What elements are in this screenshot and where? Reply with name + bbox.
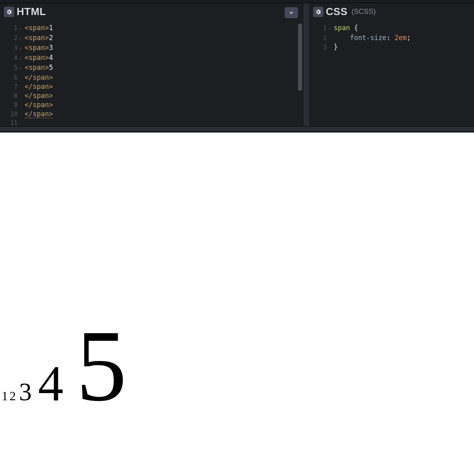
html-panel-header: HTML xyxy=(0,3,304,22)
horizontal-resizer[interactable] xyxy=(0,126,474,132)
code-content: </span> xyxy=(25,91,53,100)
code-line[interactable]: 1▾span { xyxy=(309,23,474,33)
code-line[interactable]: 11 xyxy=(0,119,304,126)
line-number: 1 xyxy=(0,24,19,33)
line-number: 9 xyxy=(0,101,19,109)
html-panel: HTML 1▾<span>12▾<span>23▾<span>34▾<span>… xyxy=(0,3,309,126)
preview-output: 1 2 3 4 5 xyxy=(2,308,127,424)
fold-arrow-icon[interactable]: ▾ xyxy=(328,24,334,33)
fold-arrow-icon[interactable]: ▾ xyxy=(19,34,25,43)
code-content: span { xyxy=(334,23,358,32)
css-panel: CSS (SCSS) 1▾span {2 font-size: 2em;3} xyxy=(309,3,474,126)
line-number: 4 xyxy=(0,54,19,62)
fold-arrow-icon xyxy=(19,79,25,80)
code-line[interactable]: 1▾<span>1 xyxy=(0,23,304,33)
line-number: 7 xyxy=(0,83,19,91)
code-line[interactable]: 9</span> xyxy=(0,100,304,109)
code-content: </span> xyxy=(25,82,53,91)
fold-arrow-icon[interactable]: ▾ xyxy=(19,44,25,53)
code-line[interactable]: 3▾<span>3 xyxy=(0,43,304,53)
preview-span-text: 4 xyxy=(38,355,63,411)
code-line[interactable]: 7</span> xyxy=(0,82,304,91)
css-panel-header: CSS (SCSS) xyxy=(309,3,474,22)
line-number: 6 xyxy=(0,73,19,82)
preview-span-text: 2 xyxy=(10,389,16,403)
code-line[interactable]: 10</span> xyxy=(0,109,304,119)
gear-icon[interactable] xyxy=(4,7,14,17)
fold-arrow-icon xyxy=(19,97,25,98)
code-content: <span>5 xyxy=(25,63,53,72)
code-line[interactable]: 6</span> xyxy=(0,73,304,82)
code-line[interactable]: 2▾<span>2 xyxy=(0,33,304,43)
code-content: <span>3 xyxy=(25,43,53,52)
fold-arrow-icon[interactable]: ▾ xyxy=(19,63,25,73)
code-content: </span> xyxy=(25,100,53,109)
html-panel-title: HTML xyxy=(17,6,46,18)
code-content: </span> xyxy=(25,73,53,82)
fold-arrow-icon xyxy=(19,115,25,116)
line-number: 3 xyxy=(309,43,328,52)
code-line[interactable]: 4▾<span>4 xyxy=(0,53,304,63)
line-number: 2 xyxy=(0,34,19,42)
preview-span: 2 3 4 5 xyxy=(10,389,127,403)
code-line[interactable]: 8</span> xyxy=(0,91,304,100)
fold-arrow-icon[interactable]: ▾ xyxy=(19,24,25,33)
preview-span-text: 5 xyxy=(76,310,127,422)
line-number: 5 xyxy=(0,63,19,72)
chevron-down-icon[interactable] xyxy=(285,7,298,18)
code-content: } xyxy=(334,42,338,51)
code-content: <span>4 xyxy=(25,53,53,62)
preview-span: 3 4 5 xyxy=(19,378,127,406)
line-number: 8 xyxy=(0,92,19,100)
code-line[interactable]: 3} xyxy=(309,42,474,52)
line-number: 1 xyxy=(309,24,328,33)
line-number: 3 xyxy=(0,44,19,52)
line-number: 10 xyxy=(0,110,19,119)
top-strip xyxy=(0,0,474,3)
fold-arrow-icon xyxy=(19,88,25,89)
codepen-editor: HTML 1▾<span>12▾<span>23▾<span>34▾<span>… xyxy=(0,0,474,476)
code-line[interactable]: 2 font-size: 2em; xyxy=(309,33,474,42)
code-content: <span>2 xyxy=(25,33,53,42)
gear-icon[interactable] xyxy=(313,7,323,17)
editor-row: HTML 1▾<span>12▾<span>23▾<span>34▾<span>… xyxy=(0,3,474,126)
preview-span: 1 xyxy=(2,389,8,403)
code-content: <span>1 xyxy=(25,23,53,32)
fold-arrow-icon xyxy=(19,124,25,125)
code-line[interactable]: 5▾<span>5 xyxy=(0,63,304,73)
css-panel-subtitle: (SCSS) xyxy=(352,8,376,16)
preview-span-text: 3 xyxy=(19,378,32,406)
line-number: 11 xyxy=(0,119,19,126)
html-code-editor[interactable]: 1▾<span>12▾<span>23▾<span>34▾<span>45▾<s… xyxy=(0,22,304,126)
css-code-editor[interactable]: 1▾span {2 font-size: 2em;3} xyxy=(309,22,474,126)
line-number: 2 xyxy=(309,34,328,42)
fold-arrow-icon xyxy=(328,39,334,40)
code-content: font-size: 2em; xyxy=(334,33,411,42)
code-content: </span> xyxy=(25,109,53,118)
preview-pane: 1 2 3 4 5 xyxy=(0,132,474,476)
fold-arrow-icon xyxy=(328,48,334,49)
css-panel-title: CSS xyxy=(326,6,348,18)
fold-arrow-icon[interactable]: ▾ xyxy=(19,54,25,63)
preview-span: 4 5 xyxy=(38,355,127,411)
preview-span: 5 xyxy=(76,310,127,422)
fold-arrow-icon xyxy=(19,106,25,107)
scrollbar-thumb[interactable] xyxy=(298,23,302,91)
